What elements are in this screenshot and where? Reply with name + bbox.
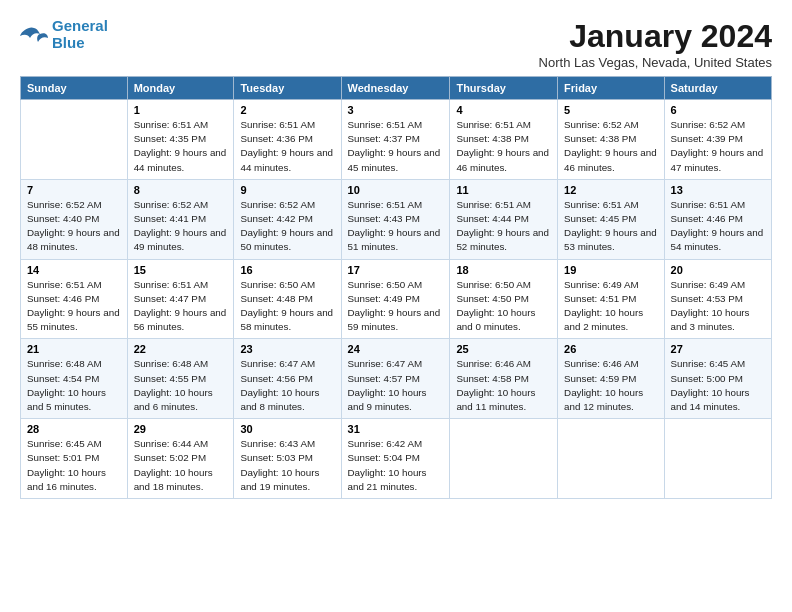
calendar-cell: 1Sunrise: 6:51 AM Sunset: 4:35 PM Daylig… (127, 100, 234, 180)
calendar-cell: 28Sunrise: 6:45 AM Sunset: 5:01 PM Dayli… (21, 419, 128, 499)
calendar-cell: 16Sunrise: 6:50 AM Sunset: 4:48 PM Dayli… (234, 259, 341, 339)
weekday-header-tuesday: Tuesday (234, 77, 341, 100)
calendar-cell: 8Sunrise: 6:52 AM Sunset: 4:41 PM Daylig… (127, 179, 234, 259)
day-number: 26 (564, 343, 657, 355)
calendar-cell: 12Sunrise: 6:51 AM Sunset: 4:45 PM Dayli… (558, 179, 664, 259)
day-detail: Sunrise: 6:51 AM Sunset: 4:45 PM Dayligh… (564, 198, 657, 255)
calendar-cell: 11Sunrise: 6:51 AM Sunset: 4:44 PM Dayli… (450, 179, 558, 259)
day-number: 29 (134, 423, 228, 435)
calendar-cell: 2Sunrise: 6:51 AM Sunset: 4:36 PM Daylig… (234, 100, 341, 180)
day-detail: Sunrise: 6:47 AM Sunset: 4:57 PM Dayligh… (348, 357, 444, 414)
calendar-cell: 23Sunrise: 6:47 AM Sunset: 4:56 PM Dayli… (234, 339, 341, 419)
weekday-header-friday: Friday (558, 77, 664, 100)
day-detail: Sunrise: 6:50 AM Sunset: 4:49 PM Dayligh… (348, 278, 444, 335)
day-number: 20 (671, 264, 765, 276)
calendar-cell: 19Sunrise: 6:49 AM Sunset: 4:51 PM Dayli… (558, 259, 664, 339)
day-detail: Sunrise: 6:48 AM Sunset: 4:54 PM Dayligh… (27, 357, 121, 414)
day-number: 15 (134, 264, 228, 276)
day-number: 10 (348, 184, 444, 196)
day-detail: Sunrise: 6:49 AM Sunset: 4:53 PM Dayligh… (671, 278, 765, 335)
day-detail: Sunrise: 6:52 AM Sunset: 4:39 PM Dayligh… (671, 118, 765, 175)
day-number: 21 (27, 343, 121, 355)
day-detail: Sunrise: 6:51 AM Sunset: 4:37 PM Dayligh… (348, 118, 444, 175)
day-number: 4 (456, 104, 551, 116)
day-number: 18 (456, 264, 551, 276)
calendar-cell: 18Sunrise: 6:50 AM Sunset: 4:50 PM Dayli… (450, 259, 558, 339)
day-number: 30 (240, 423, 334, 435)
calendar-cell (21, 100, 128, 180)
calendar-table: SundayMondayTuesdayWednesdayThursdayFrid… (20, 76, 772, 499)
day-detail: Sunrise: 6:45 AM Sunset: 5:00 PM Dayligh… (671, 357, 765, 414)
calendar-cell: 3Sunrise: 6:51 AM Sunset: 4:37 PM Daylig… (341, 100, 450, 180)
calendar-row-1: 7Sunrise: 6:52 AM Sunset: 4:40 PM Daylig… (21, 179, 772, 259)
day-detail: Sunrise: 6:50 AM Sunset: 4:48 PM Dayligh… (240, 278, 334, 335)
logo-line1: General (52, 17, 108, 34)
calendar-cell: 9Sunrise: 6:52 AM Sunset: 4:42 PM Daylig… (234, 179, 341, 259)
calendar-cell: 7Sunrise: 6:52 AM Sunset: 4:40 PM Daylig… (21, 179, 128, 259)
day-detail: Sunrise: 6:52 AM Sunset: 4:38 PM Dayligh… (564, 118, 657, 175)
calendar-row-0: 1Sunrise: 6:51 AM Sunset: 4:35 PM Daylig… (21, 100, 772, 180)
day-number: 8 (134, 184, 228, 196)
calendar-cell: 25Sunrise: 6:46 AM Sunset: 4:58 PM Dayli… (450, 339, 558, 419)
calendar-cell: 24Sunrise: 6:47 AM Sunset: 4:57 PM Dayli… (341, 339, 450, 419)
day-detail: Sunrise: 6:50 AM Sunset: 4:50 PM Dayligh… (456, 278, 551, 335)
calendar-row-2: 14Sunrise: 6:51 AM Sunset: 4:46 PM Dayli… (21, 259, 772, 339)
day-detail: Sunrise: 6:51 AM Sunset: 4:36 PM Dayligh… (240, 118, 334, 175)
day-detail: Sunrise: 6:51 AM Sunset: 4:38 PM Dayligh… (456, 118, 551, 175)
day-detail: Sunrise: 6:51 AM Sunset: 4:35 PM Dayligh… (134, 118, 228, 175)
title-block: January 2024 North Las Vegas, Nevada, Un… (539, 18, 772, 70)
day-detail: Sunrise: 6:52 AM Sunset: 4:41 PM Dayligh… (134, 198, 228, 255)
day-number: 13 (671, 184, 765, 196)
calendar-row-4: 28Sunrise: 6:45 AM Sunset: 5:01 PM Dayli… (21, 419, 772, 499)
day-detail: Sunrise: 6:46 AM Sunset: 4:58 PM Dayligh… (456, 357, 551, 414)
weekday-header-sunday: Sunday (21, 77, 128, 100)
day-number: 27 (671, 343, 765, 355)
day-number: 14 (27, 264, 121, 276)
calendar-cell: 30Sunrise: 6:43 AM Sunset: 5:03 PM Dayli… (234, 419, 341, 499)
calendar-cell (558, 419, 664, 499)
calendar-cell: 22Sunrise: 6:48 AM Sunset: 4:55 PM Dayli… (127, 339, 234, 419)
calendar-cell: 6Sunrise: 6:52 AM Sunset: 4:39 PM Daylig… (664, 100, 771, 180)
day-number: 23 (240, 343, 334, 355)
calendar-cell: 31Sunrise: 6:42 AM Sunset: 5:04 PM Dayli… (341, 419, 450, 499)
day-detail: Sunrise: 6:51 AM Sunset: 4:47 PM Dayligh… (134, 278, 228, 335)
calendar-cell: 5Sunrise: 6:52 AM Sunset: 4:38 PM Daylig… (558, 100, 664, 180)
calendar-subtitle: North Las Vegas, Nevada, United States (539, 55, 772, 70)
calendar-cell: 10Sunrise: 6:51 AM Sunset: 4:43 PM Dayli… (341, 179, 450, 259)
day-detail: Sunrise: 6:45 AM Sunset: 5:01 PM Dayligh… (27, 437, 121, 494)
calendar-cell: 4Sunrise: 6:51 AM Sunset: 4:38 PM Daylig… (450, 100, 558, 180)
calendar-cell: 14Sunrise: 6:51 AM Sunset: 4:46 PM Dayli… (21, 259, 128, 339)
calendar-cell (450, 419, 558, 499)
calendar-cell (664, 419, 771, 499)
weekday-header-row: SundayMondayTuesdayWednesdayThursdayFrid… (21, 77, 772, 100)
calendar-cell: 27Sunrise: 6:45 AM Sunset: 5:00 PM Dayli… (664, 339, 771, 419)
day-number: 16 (240, 264, 334, 276)
day-number: 22 (134, 343, 228, 355)
weekday-header-thursday: Thursday (450, 77, 558, 100)
calendar-title: January 2024 (539, 18, 772, 55)
day-detail: Sunrise: 6:52 AM Sunset: 4:42 PM Dayligh… (240, 198, 334, 255)
day-number: 1 (134, 104, 228, 116)
calendar-cell: 17Sunrise: 6:50 AM Sunset: 4:49 PM Dayli… (341, 259, 450, 339)
calendar-page: General Blue January 2024 North Las Vega… (0, 0, 792, 612)
day-number: 9 (240, 184, 334, 196)
calendar-row-3: 21Sunrise: 6:48 AM Sunset: 4:54 PM Dayli… (21, 339, 772, 419)
day-number: 28 (27, 423, 121, 435)
day-detail: Sunrise: 6:44 AM Sunset: 5:02 PM Dayligh… (134, 437, 228, 494)
day-number: 5 (564, 104, 657, 116)
day-number: 2 (240, 104, 334, 116)
day-detail: Sunrise: 6:48 AM Sunset: 4:55 PM Dayligh… (134, 357, 228, 414)
day-detail: Sunrise: 6:52 AM Sunset: 4:40 PM Dayligh… (27, 198, 121, 255)
day-number: 19 (564, 264, 657, 276)
day-number: 31 (348, 423, 444, 435)
day-detail: Sunrise: 6:51 AM Sunset: 4:46 PM Dayligh… (671, 198, 765, 255)
day-detail: Sunrise: 6:47 AM Sunset: 4:56 PM Dayligh… (240, 357, 334, 414)
calendar-cell: 20Sunrise: 6:49 AM Sunset: 4:53 PM Dayli… (664, 259, 771, 339)
day-number: 24 (348, 343, 444, 355)
day-detail: Sunrise: 6:42 AM Sunset: 5:04 PM Dayligh… (348, 437, 444, 494)
day-number: 25 (456, 343, 551, 355)
day-detail: Sunrise: 6:43 AM Sunset: 5:03 PM Dayligh… (240, 437, 334, 494)
calendar-cell: 29Sunrise: 6:44 AM Sunset: 5:02 PM Dayli… (127, 419, 234, 499)
day-detail: Sunrise: 6:51 AM Sunset: 4:43 PM Dayligh… (348, 198, 444, 255)
day-number: 3 (348, 104, 444, 116)
